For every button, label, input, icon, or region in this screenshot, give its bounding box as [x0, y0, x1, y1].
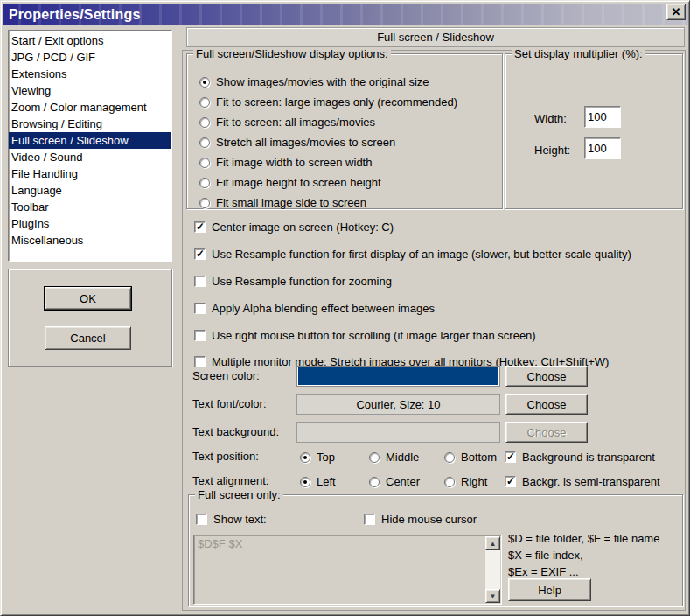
checkbox-alpha-blending[interactable]: Apply Alpha blending effect between imag…	[194, 302, 435, 315]
fullscreen-only-group: Full screen only: Show text: Hide mouse …	[188, 494, 683, 606]
radio-fit-width[interactable]: Fit image width to screen width	[199, 156, 372, 169]
sidebar-item-file-handling[interactable]: File Handling	[9, 165, 171, 182]
checkbox-show-text[interactable]: Show text:	[196, 513, 267, 526]
checkbox-center-image[interactable]: Center image on screen (Hotkey: C)	[194, 220, 394, 234]
sidebar-item-zoom-color[interactable]: Zoom / Color management	[9, 99, 171, 116]
radio-icon	[199, 158, 210, 168]
window-title: Properties/Settings	[9, 7, 141, 23]
checkbox-background-transparent[interactable]: Background is transparent	[505, 451, 655, 464]
sidebar-item-miscellaneous[interactable]: Miscellaneous	[9, 232, 171, 248]
checkbox-label: Background is transparent	[522, 451, 655, 464]
radio-stretch-all[interactable]: Stretch all images/movies to screen	[199, 136, 395, 149]
radio-icon	[199, 178, 210, 188]
ok-button[interactable]: OK	[45, 287, 131, 310]
screen-color-choose-button[interactable]: Choose	[505, 366, 588, 387]
radio-icon	[369, 477, 380, 487]
sidebar-item-toolbar[interactable]: Toolbar	[9, 199, 171, 215]
radio-icon	[300, 452, 310, 463]
close-icon: ✕	[672, 5, 681, 18]
radio-align-center[interactable]: Center	[369, 475, 420, 488]
sidebar-item-plugins[interactable]: PlugIns	[9, 215, 171, 232]
screen-color-swatch	[296, 366, 500, 387]
sidebar-item-jpg-pcd-gif[interactable]: JPG / PCD / GIF	[9, 49, 171, 66]
fullscreen-settings-panel: Full screen/Slideshow display options: S…	[182, 50, 686, 611]
sidebar-item-start-exit[interactable]: Start / Exit options	[9, 32, 171, 49]
scroll-up-button[interactable]: ▲	[485, 536, 500, 550]
radio-label: Left	[317, 475, 336, 488]
checkbox-label: Use Resample function for zooming	[212, 275, 392, 288]
checkbox-label: Use Resample function for first display …	[212, 248, 631, 261]
radio-position-bottom[interactable]: Bottom	[444, 451, 497, 464]
text-font-choose-button[interactable]: Choose	[505, 394, 588, 415]
text-background-value	[296, 422, 500, 443]
close-button[interactable]: ✕	[666, 4, 686, 20]
height-input[interactable]	[584, 137, 621, 159]
radio-fit-large-only[interactable]: Fit to screen: large images only (recomm…	[199, 95, 457, 108]
title-bar[interactable]: Properties/Settings	[3, 4, 688, 25]
display-multiplier-group: Set display multiplier (%): Width: Heigh…	[505, 53, 683, 209]
checkbox-label: Apply Alpha blending effect between imag…	[212, 302, 435, 315]
radio-align-left[interactable]: Left	[300, 475, 336, 488]
scroll-down-icon: ▼	[490, 592, 497, 600]
radio-fit-all[interactable]: Fit to screen: all images/movies	[199, 116, 375, 129]
show-text-input[interactable]: $D$F $X ▲ ▼	[193, 535, 502, 605]
checkbox-icon	[194, 276, 206, 287]
radio-fit-small-side[interactable]: Fit small image side to screen	[199, 196, 366, 209]
checkbox-icon	[194, 330, 206, 341]
placeholder-hint-1: $D = file folder, $F = file name	[508, 532, 659, 545]
radio-label: Center	[386, 475, 420, 488]
radio-icon	[444, 452, 455, 463]
radio-align-right[interactable]: Right	[444, 475, 487, 488]
radio-icon	[369, 452, 380, 463]
show-text-value: $D$F $X	[198, 537, 242, 550]
scrollbar[interactable]: ▲ ▼	[485, 536, 500, 603]
sidebar-item-language[interactable]: Language	[9, 182, 171, 199]
height-label: Height:	[534, 144, 570, 157]
radio-fit-height[interactable]: Fit image height to screen height	[199, 176, 381, 189]
radio-label: Fit image width to screen width	[216, 156, 372, 169]
checkbox-right-mouse-scrolling[interactable]: Use right mouse button for scrolling (if…	[194, 329, 536, 342]
checkbox-label: Show text:	[213, 513, 267, 526]
radio-position-middle[interactable]: Middle	[369, 451, 419, 464]
placeholder-hint-3: $Ex = EXIF ...	[508, 565, 579, 578]
radio-icon	[199, 77, 210, 88]
checkbox-resample-zooming[interactable]: Use Resample function for zooming	[194, 275, 392, 288]
sidebar-item-extensions[interactable]: Extensions	[9, 66, 171, 82]
scroll-down-button[interactable]: ▼	[485, 589, 500, 603]
sidebar-item-browsing-editing[interactable]: Browsing / Editing	[9, 116, 171, 132]
width-input[interactable]	[584, 106, 621, 128]
checkbox-icon	[196, 514, 207, 525]
radio-label: Top	[317, 451, 335, 464]
radio-label: Stretch all images/movies to screen	[216, 136, 395, 149]
radio-label: Show images/movies with the original siz…	[216, 75, 429, 88]
screen-color-label: Screen color:	[192, 366, 260, 387]
help-button[interactable]: Help	[508, 578, 591, 601]
fullscreen-only-legend: Full screen only:	[195, 488, 283, 501]
width-label: Width:	[534, 112, 567, 125]
radio-position-top[interactable]: Top	[300, 451, 335, 464]
settings-category-list[interactable]: Start / Exit options JPG / PCD / GIF Ext…	[8, 30, 172, 262]
radio-icon	[300, 477, 310, 487]
cancel-button[interactable]: Cancel	[45, 326, 131, 350]
checkbox-resample-first-display[interactable]: Use Resample function for first display …	[194, 248, 631, 261]
checkbox-icon	[194, 221, 206, 233]
checkbox-hide-mouse-cursor[interactable]: Hide mouse cursor	[364, 513, 477, 526]
text-font-label: Text font/color:	[192, 394, 267, 415]
radio-label: Fit small image side to screen	[216, 196, 366, 209]
page-title-label: Full screen / Slideshow	[377, 31, 494, 44]
display-options-legend: Full screen/Slideshow display options:	[193, 47, 391, 60]
radio-icon	[199, 97, 210, 108]
checkbox-background-semi-transparent[interactable]: Backgr. is semi-transparent	[505, 475, 660, 488]
radio-label: Fit to screen: all images/movies	[216, 116, 375, 129]
radio-icon	[199, 137, 210, 148]
sidebar-item-viewing[interactable]: Viewing	[9, 82, 171, 99]
radio-show-original-size[interactable]: Show images/movies with the original siz…	[199, 75, 429, 88]
sidebar-item-video-sound[interactable]: Video / Sound	[9, 149, 171, 165]
checkbox-label: Center image on screen (Hotkey: C)	[212, 220, 394, 234]
checkbox-icon	[194, 248, 206, 260]
radio-icon	[199, 198, 210, 208]
sidebar-item-fullscreen-slideshow[interactable]: Full screen / Slideshow	[9, 132, 171, 149]
checkbox-label: Hide mouse cursor	[381, 513, 477, 526]
properties-settings-dialog: Properties/Settings ✕ Start / Exit optio…	[0, 0, 690, 616]
checkbox-icon	[505, 476, 516, 487]
